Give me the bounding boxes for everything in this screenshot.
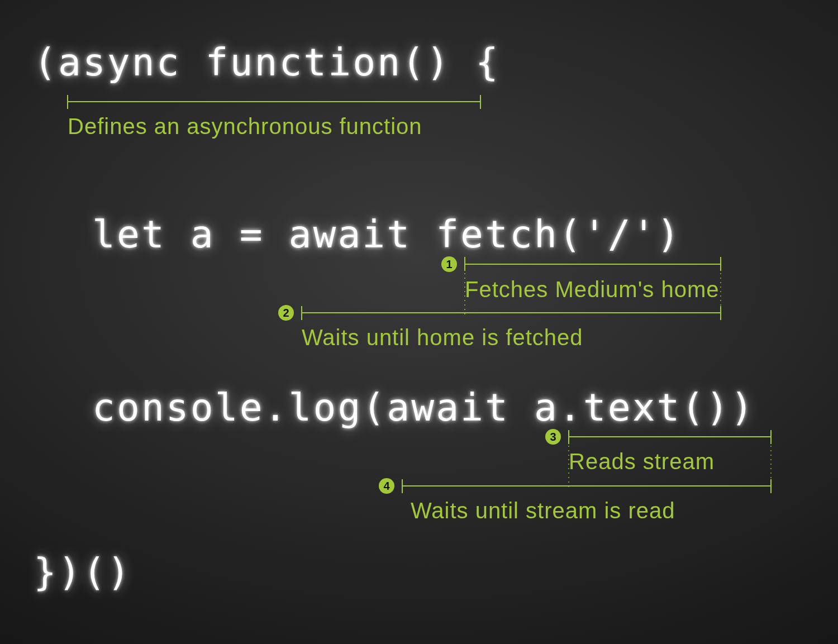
code-line-1: (async function() { xyxy=(34,40,500,84)
step-2-badge: 2 xyxy=(278,305,294,321)
code-line-3: console.log(await a.text()) xyxy=(92,385,755,430)
annotation-fetches-home: Fetches Medium's home xyxy=(465,274,719,305)
annotation-defines-async: Defines an asynchronous function xyxy=(68,111,425,142)
annotation-reads-stream: Reads stream xyxy=(569,446,715,477)
code-line-4: })() xyxy=(34,550,132,594)
step-1-badge: 1 xyxy=(441,256,457,272)
annotation-waits-home: Waits until home is fetched xyxy=(302,322,583,353)
step-3-badge: 3 xyxy=(545,429,561,445)
step-4-badge: 4 xyxy=(379,478,394,494)
code-line-2: let a = await fetch('/') xyxy=(92,212,682,256)
annotation-waits-stream: Waits until stream is read xyxy=(411,495,675,526)
